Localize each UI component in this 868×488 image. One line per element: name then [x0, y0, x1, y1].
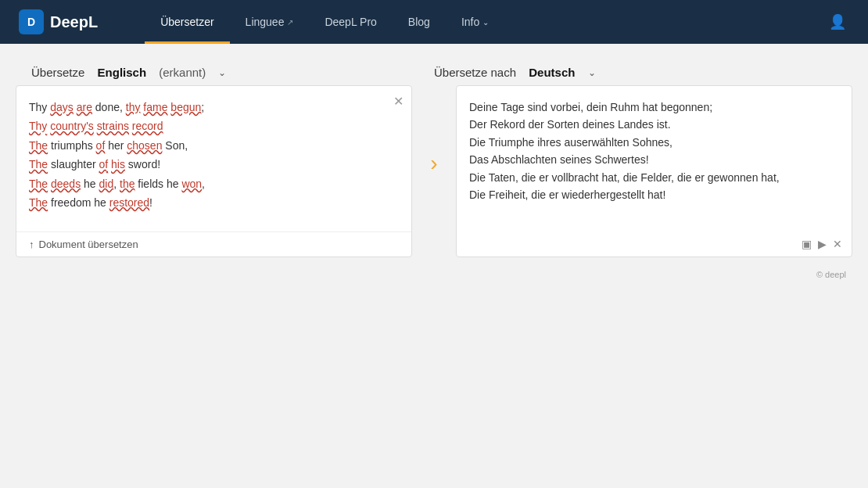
source-lang-name: Englisch — [98, 66, 147, 79]
arrow-wrapper: › — [412, 85, 456, 179]
nav-item-info[interactable]: Info ⌄ — [446, 0, 504, 44]
close-target-icon[interactable]: ✕ — [833, 238, 842, 250]
nav-right: 👤 — [826, 10, 849, 34]
source-line-3: The slaughter of his sword! — [29, 156, 399, 173]
target-line-2: Die Triumphe ihres auserwählten Sohnes, — [469, 134, 839, 151]
underlined-word: the — [120, 178, 135, 190]
lang-selectors: Übersetze Englisch (erkannt) ⌄ Übersetze… — [16, 59, 852, 85]
target-lang-chevron: ⌄ — [588, 67, 596, 78]
source-lang-detected: (erkannt) — [159, 66, 206, 79]
copy-icon[interactable]: ▣ — [802, 238, 812, 250]
underlined-word: begun — [170, 101, 201, 113]
source-line-4: The deeds he did, the fields he won, — [29, 175, 399, 192]
source-panel-content[interactable]: Thy days are done, thy fame begun;Thy co… — [16, 86, 411, 252]
underlined-word: The — [29, 196, 48, 209]
source-line-0: Thy days are done, thy fame begun; — [29, 99, 399, 116]
document-translate-label: Dokument übersetzen — [39, 239, 138, 250]
nav-item-blog[interactable]: Blog — [393, 0, 446, 44]
target-line-4: Die Taten, die er vollbracht hat, die Fe… — [469, 169, 839, 186]
brand-icon: D — [19, 9, 44, 34]
underlined-word: of — [96, 139, 106, 152]
target-line-5: Die Freiheit, die er wiederhergestellt h… — [469, 186, 839, 203]
target-line-3: Das Abschlachten seines Schwertes! — [469, 151, 839, 168]
underlined-word: strains — [97, 120, 129, 132]
navbar: D DeepL ÜbersetzerLinguee ↗DeepL ProBlog… — [0, 0, 868, 44]
nav-label-info: Info — [461, 16, 479, 28]
underlined-word: restored — [109, 196, 149, 209]
target-text: Deine Tage sind vorbei, dein Ruhm hat be… — [469, 99, 839, 203]
close-button[interactable]: ✕ — [393, 94, 404, 109]
source-lang-selector[interactable]: Übersetze Englisch (erkannt) ⌄ — [31, 59, 434, 85]
underlined-word: fame — [143, 101, 167, 113]
underlined-word: are — [77, 101, 92, 113]
target-panel-content: Deine Tage sind vorbei, dein Ruhm hat be… — [457, 86, 852, 242]
underlined-word: The — [29, 178, 48, 190]
source-text: Thy days are done, thy fame begun;Thy co… — [29, 99, 399, 211]
nav-items: ÜbersetzerLinguee ↗DeepL ProBlogInfo ⌄ — [145, 0, 826, 44]
target-lang-selector[interactable]: Übersetze nach Deutsch ⌄ — [434, 59, 837, 85]
panels-wrapper: Thy days are done, thy fame begun;Thy co… — [16, 85, 852, 257]
source-line-2: The triumphs of her chosen Son, — [29, 137, 399, 154]
nav-item-linguee[interactable]: Linguee ↗ — [230, 0, 310, 44]
source-lang-chevron: ⌄ — [218, 67, 226, 78]
source-panel: Thy days are done, thy fame begun;Thy co… — [16, 85, 412, 257]
document-translate-btn[interactable]: ↑ Dokument übersetzen — [16, 231, 411, 257]
target-line-1: Der Rekord der Sorten deines Landes ist. — [469, 116, 839, 133]
nav-label-uebersetzer: Übersetzer — [160, 16, 213, 28]
source-line-5: The freedom he restored! — [29, 194, 399, 211]
target-lang-prefix: Übersetze nach — [434, 66, 516, 79]
underlined-word: country's — [50, 120, 94, 132]
brand-logo[interactable]: D DeepL — [19, 9, 98, 34]
underlined-word: The — [29, 139, 48, 152]
nav-label-deepl-pro: DeepL Pro — [325, 16, 376, 28]
brand-name: DeepL — [50, 13, 98, 31]
underlined-word: thy — [126, 101, 141, 113]
chevron-icon-info: ⌄ — [482, 18, 489, 27]
nav-item-uebersetzer[interactable]: Übersetzer — [145, 0, 229, 44]
underlined-word: deeds — [51, 178, 81, 190]
underlined-word: Thy — [29, 120, 47, 132]
underlined-word: won — [181, 178, 202, 190]
speaker-icon[interactable]: ▶ — [818, 238, 827, 250]
user-icon[interactable]: 👤 — [826, 10, 849, 34]
translate-arrow-button[interactable]: › — [427, 148, 440, 179]
underlined-word: did — [99, 178, 114, 190]
main-content: Übersetze Englisch (erkannt) ⌄ Übersetze… — [0, 44, 868, 298]
underlined-word: of — [99, 158, 109, 170]
underlined-word: The — [29, 158, 48, 170]
copyright: © deepl — [16, 257, 852, 282]
translator-wrapper: Übersetze Englisch (erkannt) ⌄ Übersetze… — [16, 59, 852, 282]
underlined-word: his — [111, 158, 125, 170]
nav-label-blog: Blog — [408, 16, 430, 28]
external-icon-linguee: ↗ — [287, 18, 293, 27]
underlined-word: days — [50, 101, 74, 113]
upload-icon: ↑ — [29, 239, 34, 250]
nav-label-linguee: Linguee — [246, 16, 285, 28]
underlined-word: chosen — [127, 139, 162, 152]
target-line-0: Deine Tage sind vorbei, dein Ruhm hat be… — [469, 99, 839, 116]
source-lang-prefix: Übersetze — [31, 66, 84, 79]
target-panel-icons: ▣ ▶ ✕ — [802, 238, 842, 250]
nav-item-deepl-pro[interactable]: DeepL Pro — [309, 0, 392, 44]
underlined-word: record — [132, 120, 163, 132]
target-panel: Deine Tage sind vorbei, dein Ruhm hat be… — [456, 85, 852, 257]
target-lang-name: Deutsch — [529, 66, 575, 79]
source-line-1: Thy country's strains record — [29, 117, 399, 135]
